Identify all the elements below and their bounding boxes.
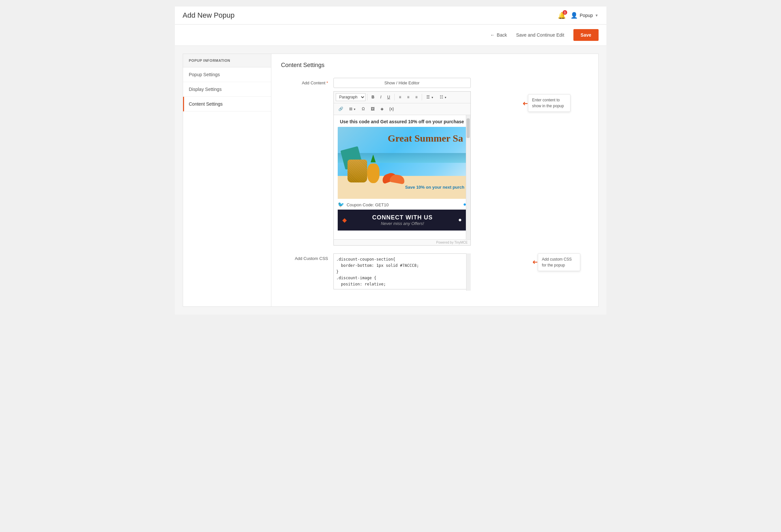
align-center-button[interactable]: ≡ (404, 93, 412, 101)
editor-callout: ➜ Enter content to show in the popup (528, 94, 571, 112)
table-button[interactable]: ⊞ ▼ (346, 105, 359, 113)
coupon-row: 🐦 Coupon Code: GET10 ● (338, 201, 466, 208)
editor-toolbar-row1: Paragraph B I U ≡ (334, 91, 470, 103)
chevron-down-icon: ▼ (595, 13, 599, 17)
editor-content-area: Use this code and Get assured 10% off on… (334, 115, 470, 235)
connect-title: CONNECT WITH US (372, 214, 433, 221)
toolbar-sep2 (394, 94, 395, 100)
editor-toolbar-row2: 🔗 ⊞ ▼ Ω 🖼 ◈ {x} (334, 103, 470, 115)
css-callout: ➜ Add custom CSS for the popup (538, 253, 580, 271)
sidebar-header: POPUP INFORMATION (183, 54, 271, 67)
format-group: B I U (369, 93, 393, 101)
sidebar-item-content-settings[interactable]: Content Settings (183, 97, 271, 112)
add-css-row: Add Custom CSS .discount-coupon-section{… (281, 253, 588, 291)
user-label: Popup (580, 13, 593, 18)
back-label: Back (497, 32, 507, 38)
callout-arrow-icon: ➜ (523, 98, 528, 108)
css-scrollbar[interactable] (466, 253, 471, 291)
list-ul-button[interactable]: ☰ ▼ (424, 93, 436, 101)
css-callout-arrow-icon: ➜ (532, 257, 538, 267)
social-icon-left-red: ◆ (342, 216, 347, 224)
align-left-button[interactable]: ≡ (396, 93, 404, 101)
css-textarea-wrapper: .discount-coupon-section{ border-bottom:… (333, 253, 471, 291)
paragraph-select[interactable]: Paragraph (336, 93, 366, 101)
sidebar: POPUP INFORMATION Popup Settings Display… (183, 54, 271, 307)
coupon-icon: 🐦 (338, 202, 344, 207)
main-content: POPUP INFORMATION Popup Settings Display… (175, 46, 607, 315)
connect-section: ◆ CONNECT WITH US Never miss any Offers!… (338, 210, 466, 231)
user-menu[interactable]: 👤 Popup ▼ (571, 12, 598, 19)
connect-subtitle: Never miss any Offers! (372, 221, 433, 226)
save-button[interactable]: Save (573, 29, 599, 41)
sidebar-item-popup-settings[interactable]: Popup Settings (183, 67, 271, 82)
add-css-label: Add Custom CSS (281, 253, 333, 261)
promo-bold-text: your purchase (433, 119, 464, 124)
save-overlay-text: Save 10% on your next purch (405, 185, 464, 190)
add-content-field: Show / Hide Editor Paragraph (333, 78, 471, 246)
show-hide-editor-button[interactable]: Show / Hide Editor (333, 78, 471, 88)
omega-button[interactable]: Ω (359, 105, 367, 113)
css-textarea[interactable]: .discount-coupon-section{ border-bottom:… (333, 253, 471, 289)
user-icon: 👤 (571, 12, 578, 19)
editor-scrollbar[interactable] (466, 115, 470, 239)
bold-button[interactable]: B (369, 93, 377, 101)
link-button[interactable]: 🔗 (336, 105, 346, 113)
notifications-button[interactable]: 🔔 1 (558, 11, 566, 19)
underline-button[interactable]: U (385, 93, 393, 101)
editor-scroll-thumb (466, 118, 470, 138)
content-panel: Content Settings Add Content* Show / Hid… (271, 54, 599, 307)
image-button[interactable]: 🖼 (368, 105, 377, 113)
pineapple-body (367, 163, 379, 183)
beach-scene (338, 147, 466, 199)
action-bar: ← Back Save and Continue Edit Save (175, 25, 607, 46)
editor-container: Paragraph B I U ≡ (333, 91, 471, 246)
italic-button[interactable]: I (378, 93, 384, 101)
editor-footer: Powered by TinyMCE (334, 239, 470, 245)
back-button[interactable]: ← Back (490, 32, 507, 38)
align-group: ≡ ≡ ≡ (396, 93, 420, 101)
back-arrow-icon: ← (490, 32, 495, 38)
pineapple-top (369, 155, 378, 164)
notification-badge: 1 (563, 10, 567, 15)
summer-title: Great Summer Sa (388, 133, 463, 144)
toolbar-sep1 (367, 94, 367, 100)
add-content-row: Add Content* Show / Hide Editor Paragrap… (281, 78, 588, 246)
list-ol-button[interactable]: ☷ ▼ (437, 93, 450, 101)
media-button[interactable]: ◈ (378, 105, 386, 113)
sidebar-item-display-settings[interactable]: Display Settings (183, 82, 271, 97)
editor-body[interactable]: Use this code and Get assured 10% off on… (334, 115, 470, 239)
save-continue-button[interactable]: Save and Continue Edit (512, 30, 568, 40)
content-settings-title: Content Settings (281, 62, 588, 69)
paragraph-group: Paragraph (336, 93, 366, 101)
add-content-label: Add Content* (281, 78, 333, 85)
page-wrapper: Add New Popup 🔔 1 👤 Popup ▼ ← Back Save … (175, 6, 607, 315)
page-title: Add New Popup (183, 11, 235, 19)
summer-banner: Great Summer Sa (338, 127, 466, 199)
variable-button[interactable]: {x} (387, 105, 397, 113)
social-icon-right-white: ● (458, 216, 462, 223)
align-right-button[interactable]: ≡ (413, 93, 420, 101)
top-bar-icons: 🔔 1 👤 Popup ▼ (558, 11, 598, 19)
top-bar: Add New Popup 🔔 1 👤 Popup ▼ (175, 6, 607, 25)
toolbar-sep3 (422, 94, 422, 100)
beach-basket (347, 160, 367, 182)
list-group: ☰ ▼ ☷ ▼ (424, 93, 450, 101)
promo-text: Use this code and Get assured 10% off on… (338, 119, 466, 124)
